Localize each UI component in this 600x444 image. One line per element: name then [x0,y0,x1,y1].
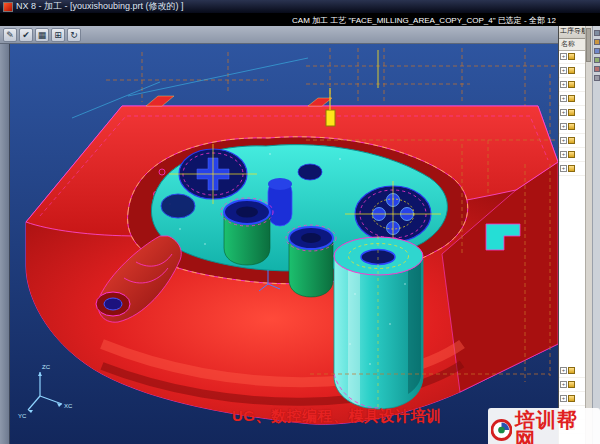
side-tab-icon-3[interactable] [594,48,600,54]
expander-icon[interactable]: + [560,81,567,88]
operation-icon [568,395,575,402]
side-tab-icon-4[interactable] [594,57,600,63]
navigator-row[interactable]: + [559,134,586,148]
operation-icon [568,81,575,88]
expander-icon[interactable]: + [560,109,567,116]
main-toolbar: ✎✔▦⊞↻ [0,26,558,44]
navigator-scrollbar[interactable] [585,26,592,444]
expander-icon[interactable]: + [560,137,567,144]
navigator-row[interactable]: + [559,364,586,378]
expander-icon[interactable]: + [560,123,567,130]
nx-logo-icon [3,2,13,12]
side-tab-icon-5[interactable] [594,66,600,72]
expander-icon[interactable]: + [560,367,567,374]
selected-feature-highlight [326,110,335,126]
triad-label-x: XC [64,403,73,409]
scrollbar-thumb[interactable] [586,28,591,62]
watermark-text: UG、数控编程、模具设计培训 [232,407,442,426]
navigator-row[interactable]: + [559,162,586,176]
navigator-row[interactable]: + [559,378,586,392]
operation-icon [568,151,575,158]
operation-icon [568,381,575,388]
expander-icon[interactable]: + [560,395,567,402]
right-strip [592,26,600,444]
expander-icon[interactable]: + [560,53,567,60]
navigator-top-rows: +++++++++ [559,50,586,176]
green-boss-2 [286,225,336,297]
sketch-icon[interactable]: ✎ [3,28,17,42]
operation-icon [568,367,575,374]
expander-icon[interactable]: + [560,165,567,172]
triad-label-y: YC [18,413,27,419]
operation-icon [568,137,575,144]
side-tab-icon-6[interactable] [594,75,600,81]
grid-view-icon[interactable]: ▦ [35,28,49,42]
title-bar: NX 8 - 加工 - [youxishoubing.prt (修改的) ] [0,0,600,13]
operation-icon [568,53,575,60]
window-title: NX 8 - 加工 - [youxishoubing.prt (修改的) ] [16,0,184,13]
expander-icon[interactable]: + [560,151,567,158]
expander-icon[interactable]: + [560,67,567,74]
nx-window: NX 8 - 加工 - [youxishoubing.prt (修改的) ] C… [0,0,600,444]
side-tab-icon-1[interactable] [594,30,600,36]
layers-icon[interactable]: ⊞ [51,28,65,42]
operation-navigator-panel: 工序导航器 名称 +++++++++ +++++ [558,26,592,444]
navigator-row[interactable]: + [559,120,586,134]
navigator-row[interactable]: + [559,392,586,406]
operation-icon [568,95,575,102]
status-message-bar: CAM 加工 工艺 "FACE_MILLING_AREA_COPY_COP_4"… [0,13,600,26]
watermark-brand: 培训帮网 [488,408,600,444]
operation-icon [568,165,575,172]
watermark-brand-text: 培训帮网 [515,410,595,444]
operation-icon [568,123,575,130]
right-grip-cylinder [334,236,423,409]
left-toolbar-strip [0,44,10,444]
expander-icon[interactable]: + [560,95,567,102]
status-message: CAM 加工 工艺 "FACE_MILLING_AREA_COPY_COP_4"… [292,15,556,26]
navigator-row[interactable]: + [559,92,586,106]
green-boss-1 [221,198,273,265]
peixunbang-logo-icon [491,419,512,441]
navigator-row[interactable]: + [559,64,586,78]
operation-icon [568,67,575,74]
triad-label-z: ZC [42,364,51,370]
operation-icon [568,109,575,116]
refresh-icon[interactable]: ↻ [67,28,81,42]
side-tab-icon-2[interactable] [594,39,600,45]
navigator-row[interactable]: + [559,148,586,162]
viewport-3d[interactable]: ZC XC YC [10,44,558,444]
navigator-row[interactable]: + [559,106,586,120]
navigator-row[interactable]: + [559,50,586,64]
expander-icon[interactable]: + [560,381,567,388]
check-icon[interactable]: ✔ [19,28,33,42]
navigator-row[interactable]: + [559,78,586,92]
